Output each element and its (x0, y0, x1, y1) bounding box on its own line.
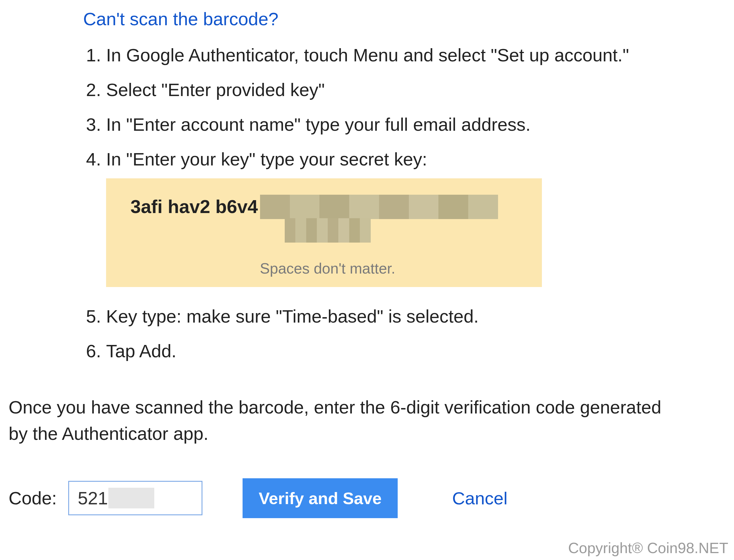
verify-and-save-button[interactable]: Verify and Save (243, 478, 398, 518)
secret-key-value: 3afi hav2 b6v4 (130, 194, 258, 219)
step-3: In "Enter account name" type your full e… (106, 107, 728, 142)
step-4: In "Enter your key" type your secret key… (106, 142, 728, 299)
step-4-text: In "Enter your key" type your secret key… (106, 149, 427, 169)
code-form-row: Code: 521 Verify and Save Cancel (9, 478, 728, 518)
manual-setup-steps: In Google Authenticator, touch Menu and … (106, 38, 728, 368)
step-2: Select "Enter provided key" (106, 73, 728, 107)
secret-key-redacted (260, 195, 498, 219)
spaces-dont-matter-note: Spaces don't matter. (130, 258, 525, 278)
enter-code-instruction: Once you have scanned the barcode, enter… (9, 394, 668, 447)
copyright-watermark: Copyright® Coin98.NET (568, 539, 728, 557)
step-6: Tap Add. (106, 334, 728, 368)
step-1: In Google Authenticator, touch Menu and … (106, 38, 728, 73)
code-label: Code: (9, 488, 57, 508)
secret-key-redacted-line2 (285, 218, 371, 243)
cant-scan-heading: Can't scan the barcode? (83, 9, 728, 29)
step-5: Key type: make sure "Time-based" is sele… (106, 299, 728, 334)
code-input-redacted (108, 488, 154, 508)
verification-code-input[interactable]: 521 (68, 481, 202, 515)
code-input-value: 521 (78, 488, 108, 508)
secret-key-box: 3afi hav2 b6v4 Spaces don't matter. (106, 178, 542, 287)
cancel-link[interactable]: Cancel (452, 488, 507, 508)
